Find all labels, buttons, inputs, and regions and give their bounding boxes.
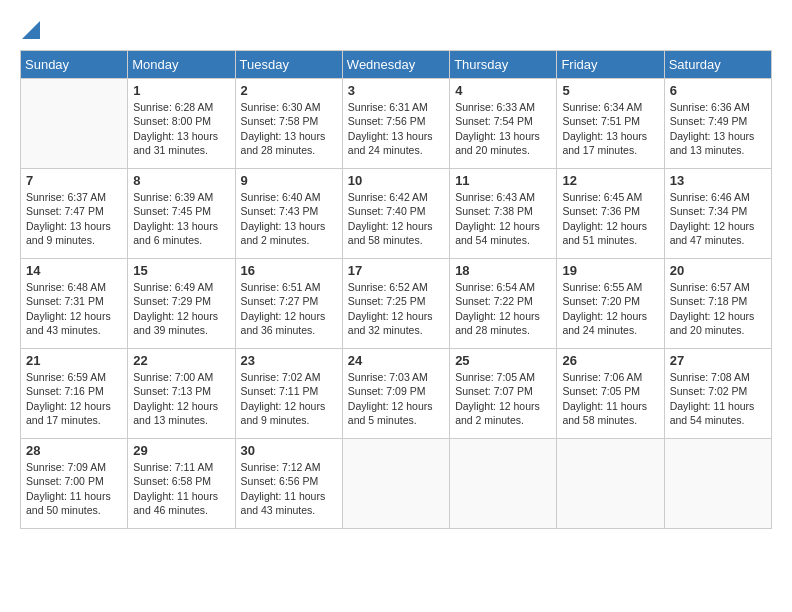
cell-info: Sunrise: 7:02 AMSunset: 7:11 PMDaylight:…: [241, 370, 337, 427]
day-number: 23: [241, 353, 337, 368]
cell-2-7: 13Sunrise: 6:46 AMSunset: 7:34 PMDayligh…: [664, 169, 771, 259]
cell-info: Sunrise: 7:03 AMSunset: 7:09 PMDaylight:…: [348, 370, 444, 427]
week-row-1: 1Sunrise: 6:28 AMSunset: 8:00 PMDaylight…: [21, 79, 772, 169]
day-number: 3: [348, 83, 444, 98]
cell-5-4: [342, 439, 449, 529]
cell-info: Sunrise: 6:33 AMSunset: 7:54 PMDaylight:…: [455, 100, 551, 157]
cell-info: Sunrise: 6:46 AMSunset: 7:34 PMDaylight:…: [670, 190, 766, 247]
cell-5-2: 29Sunrise: 7:11 AMSunset: 6:58 PMDayligh…: [128, 439, 235, 529]
col-header-wednesday: Wednesday: [342, 51, 449, 79]
cell-2-1: 7Sunrise: 6:37 AMSunset: 7:47 PMDaylight…: [21, 169, 128, 259]
cell-info: Sunrise: 6:59 AMSunset: 7:16 PMDaylight:…: [26, 370, 122, 427]
col-header-monday: Monday: [128, 51, 235, 79]
cell-3-2: 15Sunrise: 6:49 AMSunset: 7:29 PMDayligh…: [128, 259, 235, 349]
day-number: 11: [455, 173, 551, 188]
header: [20, 16, 772, 44]
cell-info: Sunrise: 6:39 AMSunset: 7:45 PMDaylight:…: [133, 190, 229, 247]
week-row-4: 21Sunrise: 6:59 AMSunset: 7:16 PMDayligh…: [21, 349, 772, 439]
cell-info: Sunrise: 6:55 AMSunset: 7:20 PMDaylight:…: [562, 280, 658, 337]
day-number: 19: [562, 263, 658, 278]
cell-info: Sunrise: 7:08 AMSunset: 7:02 PMDaylight:…: [670, 370, 766, 427]
cell-4-3: 23Sunrise: 7:02 AMSunset: 7:11 PMDayligh…: [235, 349, 342, 439]
day-number: 21: [26, 353, 122, 368]
cell-info: Sunrise: 6:49 AMSunset: 7:29 PMDaylight:…: [133, 280, 229, 337]
cell-1-2: 1Sunrise: 6:28 AMSunset: 8:00 PMDaylight…: [128, 79, 235, 169]
cell-5-6: [557, 439, 664, 529]
logo-icon: [22, 21, 40, 39]
cell-1-5: 4Sunrise: 6:33 AMSunset: 7:54 PMDaylight…: [450, 79, 557, 169]
day-number: 10: [348, 173, 444, 188]
day-number: 30: [241, 443, 337, 458]
cell-1-6: 5Sunrise: 6:34 AMSunset: 7:51 PMDaylight…: [557, 79, 664, 169]
day-number: 25: [455, 353, 551, 368]
cell-3-6: 19Sunrise: 6:55 AMSunset: 7:20 PMDayligh…: [557, 259, 664, 349]
day-number: 24: [348, 353, 444, 368]
day-number: 16: [241, 263, 337, 278]
col-header-saturday: Saturday: [664, 51, 771, 79]
day-number: 8: [133, 173, 229, 188]
cell-1-3: 2Sunrise: 6:30 AMSunset: 7:58 PMDaylight…: [235, 79, 342, 169]
day-number: 9: [241, 173, 337, 188]
week-row-3: 14Sunrise: 6:48 AMSunset: 7:31 PMDayligh…: [21, 259, 772, 349]
cell-3-3: 16Sunrise: 6:51 AMSunset: 7:27 PMDayligh…: [235, 259, 342, 349]
cell-1-7: 6Sunrise: 6:36 AMSunset: 7:49 PMDaylight…: [664, 79, 771, 169]
week-row-2: 7Sunrise: 6:37 AMSunset: 7:47 PMDaylight…: [21, 169, 772, 259]
day-number: 22: [133, 353, 229, 368]
cell-info: Sunrise: 7:00 AMSunset: 7:13 PMDaylight:…: [133, 370, 229, 427]
day-number: 28: [26, 443, 122, 458]
cell-4-2: 22Sunrise: 7:00 AMSunset: 7:13 PMDayligh…: [128, 349, 235, 439]
day-number: 18: [455, 263, 551, 278]
cell-info: Sunrise: 7:12 AMSunset: 6:56 PMDaylight:…: [241, 460, 337, 517]
logo: [20, 20, 40, 44]
day-number: 5: [562, 83, 658, 98]
day-number: 20: [670, 263, 766, 278]
cell-info: Sunrise: 6:37 AMSunset: 7:47 PMDaylight:…: [26, 190, 122, 247]
week-row-5: 28Sunrise: 7:09 AMSunset: 7:00 PMDayligh…: [21, 439, 772, 529]
cell-info: Sunrise: 7:09 AMSunset: 7:00 PMDaylight:…: [26, 460, 122, 517]
cell-3-7: 20Sunrise: 6:57 AMSunset: 7:18 PMDayligh…: [664, 259, 771, 349]
cell-3-5: 18Sunrise: 6:54 AMSunset: 7:22 PMDayligh…: [450, 259, 557, 349]
cell-2-3: 9Sunrise: 6:40 AMSunset: 7:43 PMDaylight…: [235, 169, 342, 259]
cell-info: Sunrise: 6:42 AMSunset: 7:40 PMDaylight:…: [348, 190, 444, 247]
cell-1-1: [21, 79, 128, 169]
cell-info: Sunrise: 6:57 AMSunset: 7:18 PMDaylight:…: [670, 280, 766, 337]
header-row: SundayMondayTuesdayWednesdayThursdayFrid…: [21, 51, 772, 79]
calendar-table: SundayMondayTuesdayWednesdayThursdayFrid…: [20, 50, 772, 529]
col-header-thursday: Thursday: [450, 51, 557, 79]
cell-2-4: 10Sunrise: 6:42 AMSunset: 7:40 PMDayligh…: [342, 169, 449, 259]
page-container: SundayMondayTuesdayWednesdayThursdayFrid…: [0, 0, 792, 545]
cell-info: Sunrise: 7:05 AMSunset: 7:07 PMDaylight:…: [455, 370, 551, 427]
cell-info: Sunrise: 7:06 AMSunset: 7:05 PMDaylight:…: [562, 370, 658, 427]
day-number: 13: [670, 173, 766, 188]
cell-4-7: 27Sunrise: 7:08 AMSunset: 7:02 PMDayligh…: [664, 349, 771, 439]
cell-4-4: 24Sunrise: 7:03 AMSunset: 7:09 PMDayligh…: [342, 349, 449, 439]
svg-marker-0: [22, 21, 40, 39]
day-number: 14: [26, 263, 122, 278]
day-number: 2: [241, 83, 337, 98]
day-number: 7: [26, 173, 122, 188]
day-number: 4: [455, 83, 551, 98]
cell-info: Sunrise: 6:36 AMSunset: 7:49 PMDaylight:…: [670, 100, 766, 157]
cell-4-1: 21Sunrise: 6:59 AMSunset: 7:16 PMDayligh…: [21, 349, 128, 439]
cell-4-6: 26Sunrise: 7:06 AMSunset: 7:05 PMDayligh…: [557, 349, 664, 439]
day-number: 27: [670, 353, 766, 368]
cell-info: Sunrise: 6:34 AMSunset: 7:51 PMDaylight:…: [562, 100, 658, 157]
cell-5-3: 30Sunrise: 7:12 AMSunset: 6:56 PMDayligh…: [235, 439, 342, 529]
cell-info: Sunrise: 7:11 AMSunset: 6:58 PMDaylight:…: [133, 460, 229, 517]
day-number: 17: [348, 263, 444, 278]
cell-info: Sunrise: 6:51 AMSunset: 7:27 PMDaylight:…: [241, 280, 337, 337]
day-number: 29: [133, 443, 229, 458]
cell-info: Sunrise: 6:45 AMSunset: 7:36 PMDaylight:…: [562, 190, 658, 247]
cell-5-5: [450, 439, 557, 529]
cell-5-7: [664, 439, 771, 529]
cell-info: Sunrise: 6:48 AMSunset: 7:31 PMDaylight:…: [26, 280, 122, 337]
cell-2-2: 8Sunrise: 6:39 AMSunset: 7:45 PMDaylight…: [128, 169, 235, 259]
cell-info: Sunrise: 6:28 AMSunset: 8:00 PMDaylight:…: [133, 100, 229, 157]
col-header-sunday: Sunday: [21, 51, 128, 79]
logo-text: [20, 20, 40, 44]
cell-1-4: 3Sunrise: 6:31 AMSunset: 7:56 PMDaylight…: [342, 79, 449, 169]
cell-info: Sunrise: 6:43 AMSunset: 7:38 PMDaylight:…: [455, 190, 551, 247]
cell-4-5: 25Sunrise: 7:05 AMSunset: 7:07 PMDayligh…: [450, 349, 557, 439]
cell-info: Sunrise: 6:52 AMSunset: 7:25 PMDaylight:…: [348, 280, 444, 337]
day-number: 26: [562, 353, 658, 368]
